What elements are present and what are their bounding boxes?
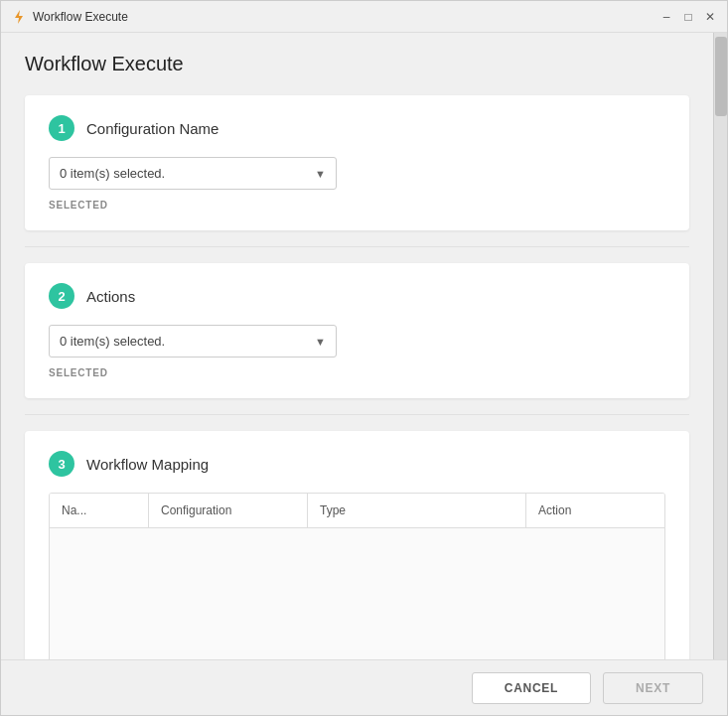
actions-selected-label: SELECTED: [49, 367, 665, 378]
col-configuration: Configuration: [149, 494, 308, 527]
window-title: Workflow Execute: [33, 10, 128, 24]
section-1-header: 1 Configuration Name: [49, 115, 665, 141]
scrollbar-track[interactable]: [713, 33, 727, 659]
col-name: Na...: [50, 494, 149, 527]
divider-2: [25, 414, 689, 415]
actions-dropdown-arrow: ▼: [315, 336, 326, 348]
workflow-execute-window: Workflow Execute – □ ✕ Workflow Execute …: [0, 0, 728, 716]
section-configuration-name: 1 Configuration Name 0 item(s) selected.…: [25, 95, 689, 230]
footer: CANCEL NEXT: [1, 659, 727, 715]
close-button[interactable]: ✕: [703, 10, 717, 24]
step-2-badge: 2: [49, 283, 74, 309]
section-workflow-mapping: 3 Workflow Mapping Na... Configuration T…: [25, 431, 689, 659]
restore-button[interactable]: □: [681, 10, 695, 24]
configuration-selected-label: SELECTED: [49, 200, 665, 211]
section-2-header: 2 Actions: [49, 283, 665, 309]
workflow-mapping-table: Na... Configuration Type Action P: [49, 493, 665, 659]
title-bar-left: Workflow Execute: [11, 9, 128, 25]
scrollbar-thumb[interactable]: [715, 37, 727, 116]
minimize-button[interactable]: –: [659, 10, 673, 24]
table-body: Please select a configuration.: [50, 528, 664, 659]
section-2-title: Actions: [86, 288, 135, 305]
configuration-dropdown-arrow: ▼: [315, 168, 326, 180]
section-1-title: Configuration Name: [86, 120, 218, 137]
content-area: Workflow Execute 1 Configuration Name 0 …: [1, 33, 727, 659]
page-title: Workflow Execute: [25, 53, 689, 75]
section-3-title: Workflow Mapping: [86, 456, 209, 473]
configuration-name-value: 0 item(s) selected.: [60, 166, 165, 181]
divider-1: [25, 246, 689, 247]
section-actions: 2 Actions 0 item(s) selected. ▼ SELECTED: [25, 263, 689, 398]
title-bar-controls: – □ ✕: [659, 10, 717, 24]
table-header: Na... Configuration Type Action: [50, 494, 664, 528]
title-bar: Workflow Execute – □ ✕: [1, 1, 727, 33]
main-content: Workflow Execute 1 Configuration Name 0 …: [1, 33, 713, 659]
col-type: Type: [308, 494, 526, 527]
next-button[interactable]: NEXT: [603, 672, 703, 704]
step-3-badge: 3: [49, 451, 74, 477]
actions-dropdown[interactable]: 0 item(s) selected. ▼: [49, 325, 337, 358]
svg-marker-0: [15, 10, 23, 24]
configuration-name-dropdown[interactable]: 0 item(s) selected. ▼: [49, 157, 337, 190]
section-3-header: 3 Workflow Mapping: [49, 451, 665, 477]
app-icon: [11, 9, 27, 25]
col-action: Action: [526, 494, 664, 527]
step-1-badge: 1: [49, 115, 74, 141]
cancel-button[interactable]: CANCEL: [472, 672, 591, 704]
actions-value: 0 item(s) selected.: [60, 334, 165, 349]
